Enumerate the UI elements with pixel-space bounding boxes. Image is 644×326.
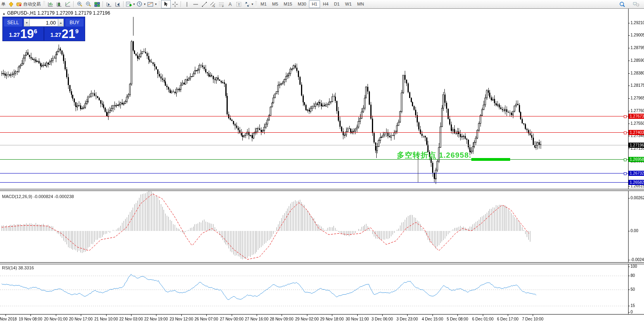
time-label: 6 Dec 01:00 xyxy=(472,317,493,321)
time-label: 3 Dec 06:00 xyxy=(372,317,393,321)
pane-separator[interactable] xyxy=(0,262,644,264)
time-label: 27 Nov 16:00 xyxy=(245,317,269,321)
level-price-label: 1.26732 xyxy=(629,171,644,176)
timeframe-m1[interactable]: M1 xyxy=(258,0,269,8)
level-price-label: 1.27196 xyxy=(629,143,644,148)
time-tick xyxy=(457,315,458,316)
time-tick xyxy=(257,315,257,316)
time-label: 29 Nov 18:00 xyxy=(320,317,344,321)
time-label: 30 Nov 11:00 xyxy=(346,317,369,321)
chat-button[interactable] xyxy=(632,0,641,8)
time-tick xyxy=(30,315,31,316)
time-tick xyxy=(407,315,408,316)
chart-shift-button[interactable] xyxy=(105,0,113,8)
dropdown-icon: ▼ xyxy=(154,3,157,6)
price-axis-label: 1.27345 xyxy=(631,133,644,138)
green-highlight-segment[interactable] xyxy=(471,158,510,161)
time-label: 22 Nov 19:00 xyxy=(144,317,168,321)
price-axis-label: 1.27550 xyxy=(631,121,644,126)
chart-title: ▲GBPUSD-,H1 1.27179 1.27209 1.27179 1.27… xyxy=(2,10,110,16)
autotrading-label: 自动交易 xyxy=(22,1,42,7)
search-button[interactable] xyxy=(618,0,627,8)
level-price-label: 1.27403 xyxy=(629,130,644,135)
text-label-button[interactable]: T xyxy=(235,0,244,8)
buy-price[interactable]: 1.27 21 9 xyxy=(44,27,85,40)
timeframe-w1[interactable]: W1 xyxy=(342,0,354,8)
candlestick-chart-button[interactable] xyxy=(55,0,63,8)
new-order-button[interactable]: 单 xyxy=(0,1,7,7)
time-tick xyxy=(508,315,508,316)
time-tick xyxy=(332,315,332,316)
timeframe-m5[interactable]: M5 xyxy=(269,0,281,8)
time-label: 21 Nov 10:00 xyxy=(94,317,118,321)
collapse-icon[interactable]: ▲ xyxy=(2,12,6,15)
trade-panel-header: SELL ▼ ▲ BUY xyxy=(3,17,85,27)
dropdown-icon: ▼ xyxy=(143,3,146,6)
time-tick xyxy=(81,315,81,316)
timeframe-mn[interactable]: MN xyxy=(354,0,367,8)
autotrading-icon xyxy=(16,1,22,8)
rsi-axis-label: 50 xyxy=(631,287,635,292)
rsi-axis-label: 15 xyxy=(631,303,635,308)
time-tick xyxy=(232,315,232,316)
metaeditor-icon[interactable] xyxy=(7,0,15,8)
rsi-axis-label: 80 xyxy=(631,273,635,278)
rsi-canvas[interactable] xyxy=(0,264,628,314)
pivot-annotation[interactable]: 多空转折点 1.26958. xyxy=(397,150,471,160)
tile-windows-button[interactable] xyxy=(93,0,101,8)
zoom-out-button[interactable] xyxy=(84,0,93,8)
level-price-label: 1.26582 xyxy=(629,180,644,185)
vertical-line-button[interactable] xyxy=(183,0,191,8)
time-label: 4 Dec 15:00 xyxy=(422,317,443,321)
horizontal-line-button[interactable] xyxy=(191,0,200,8)
price-axis-label: 1.28380 xyxy=(631,71,644,75)
cursor-button[interactable] xyxy=(161,0,171,8)
macd-axis-label: 0.002627 xyxy=(631,196,644,200)
time-label: 27 Nov 00:00 xyxy=(220,317,244,321)
rsi-label: RSI(14) 38.3316 xyxy=(2,265,34,270)
buy-price-big: 21 xyxy=(61,29,75,39)
trendline-button[interactable] xyxy=(200,0,209,8)
time-label: 6 Dec 17:00 xyxy=(497,317,518,321)
crosshair-button[interactable] xyxy=(171,0,179,8)
buy-button[interactable]: BUY xyxy=(65,19,84,27)
timeframe-m15[interactable]: M15 xyxy=(281,0,295,8)
timeframe-h1[interactable]: H1 xyxy=(309,0,320,8)
time-label: 7 Dec 10:00 xyxy=(522,317,543,321)
zoom-in-button[interactable] xyxy=(75,0,84,8)
volume-increase-button[interactable]: ▲ xyxy=(58,19,64,27)
periods-button[interactable]: ▼ xyxy=(136,0,147,8)
buy-price-small: 1.27 xyxy=(50,32,61,38)
pane-separator[interactable] xyxy=(0,189,644,191)
time-tick xyxy=(6,315,6,316)
price-chart-canvas[interactable] xyxy=(0,8,628,189)
channel-button[interactable]: E xyxy=(209,0,217,8)
arrows-button[interactable]: ▼ xyxy=(244,0,254,8)
indicators-button[interactable]: ▼ xyxy=(125,0,136,8)
text-button[interactable]: A xyxy=(226,0,235,8)
line-chart-button[interactable] xyxy=(63,0,72,8)
time-label: 22 Nov 03:00 xyxy=(119,317,143,321)
price-axis-label: 1.27965 xyxy=(631,96,644,100)
sell-button[interactable]: SELL xyxy=(4,19,22,27)
level-price-label: 1.26958 xyxy=(629,157,644,162)
time-label: 19 Nov 08:00 xyxy=(19,317,42,321)
timeframe-h4[interactable]: H4 xyxy=(320,0,331,8)
timeframe-d1[interactable]: D1 xyxy=(331,0,342,8)
time-tick xyxy=(131,315,131,316)
time-label: 20 Nov 01:00 xyxy=(44,317,68,321)
price-axis-border xyxy=(628,8,629,314)
time-tick xyxy=(433,315,433,316)
volume-decrease-button[interactable]: ▼ xyxy=(24,19,30,27)
rsi-axis-label: 0 xyxy=(631,310,633,314)
volume-input[interactable] xyxy=(30,19,58,27)
sell-price[interactable]: 1.27 19 6 xyxy=(3,27,44,40)
templates-button[interactable]: ▼ xyxy=(147,0,158,8)
fibonacci-button[interactable]: F xyxy=(217,0,226,8)
timeframe-m30[interactable]: M30 xyxy=(295,0,309,8)
auto-scroll-button[interactable] xyxy=(113,0,122,8)
time-axis[interactable]: 16 Nov 201819 Nov 08:0020 Nov 01:0020 No… xyxy=(0,314,644,326)
bar-chart-button[interactable] xyxy=(46,0,55,8)
macd-canvas[interactable] xyxy=(0,191,628,263)
autotrading-button[interactable]: 自动交易 xyxy=(15,0,42,8)
